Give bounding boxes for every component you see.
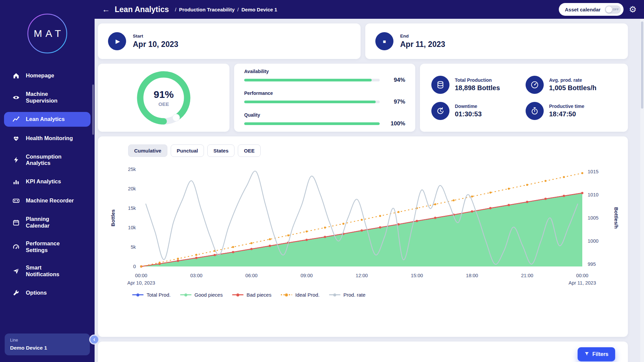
sidebar-item-label: Consumption Analytics xyxy=(26,154,61,167)
sidebar-item-options[interactable]: Options xyxy=(4,286,91,300)
tab-punctual[interactable]: Punctual xyxy=(171,144,204,157)
legend-item-total-prod[interactable]: Total Prod. xyxy=(132,292,171,298)
sidebar-item-performance-settings[interactable]: Performance Settings xyxy=(4,237,91,257)
breadcrumb-demo-device[interactable]: Demo Device 1 xyxy=(241,7,277,12)
tab-cumulative[interactable]: Cumulative xyxy=(128,144,167,157)
breadcrumb-production-traceability[interactable]: Production Traceability xyxy=(179,7,235,12)
productive-time-stat: Productive time 18:47:50 xyxy=(526,102,616,120)
main-content: ▶ Start Apr 10, 2023 ■ End Apr 11, 2023 xyxy=(95,19,644,362)
svg-text:15:00: 15:00 xyxy=(411,273,423,278)
breadcrumb: / Production Traceability / Demo Device … xyxy=(175,7,277,12)
top-bar: ← Lean Analytics / Production Traceabili… xyxy=(95,0,644,19)
speedometer-icon xyxy=(12,243,20,251)
sidebar-item-label: Machine Recorder xyxy=(26,197,74,204)
sidebar-item-label: KPI Analytics xyxy=(26,178,61,185)
next-section-card xyxy=(98,342,628,362)
tab-oee[interactable]: OEE xyxy=(238,144,261,157)
sidebar-scrollbar[interactable] xyxy=(92,84,94,135)
metric-label: Performance xyxy=(244,90,405,96)
svg-text:00:00: 00:00 xyxy=(576,273,588,278)
svg-text:06:00: 06:00 xyxy=(246,273,258,278)
oee-value: 91% xyxy=(154,89,174,100)
metric-label: Quality xyxy=(244,112,405,118)
legend-item-good-pieces[interactable]: Good pieces xyxy=(180,292,223,298)
downtime-stat: Downtime 01:30:53 xyxy=(431,102,522,120)
sidebar-item-homepage[interactable]: Homepage xyxy=(4,68,91,83)
legend-label: Ideal Prod. xyxy=(295,292,320,298)
sidebar-item-kpi-analytics[interactable]: KPI Analytics xyxy=(4,174,91,189)
svg-text:25k: 25k xyxy=(128,167,136,172)
sidebar-item-machine-recorder[interactable]: Machine Recorder xyxy=(4,193,91,208)
filters-button[interactable]: Filters xyxy=(578,347,615,361)
metric-value: 100% xyxy=(384,120,405,127)
stop-button[interactable]: ■ xyxy=(375,32,393,50)
send-icon xyxy=(12,267,20,275)
legend-item-ideal-prod[interactable]: Ideal Prod. xyxy=(281,292,320,298)
page-title: Lean Analytics xyxy=(115,5,169,14)
avg-prod-rate-stat: Avg. prod. rate 1,005 Bottles/h xyxy=(526,76,616,94)
svg-text:1015: 1015 xyxy=(588,169,598,174)
page-scrollbar-thumb[interactable] xyxy=(641,21,643,109)
legend-swatch xyxy=(232,293,244,297)
svg-text:03:00: 03:00 xyxy=(190,273,202,278)
svg-text:Bottles: Bottles xyxy=(110,209,116,227)
asset-calendar-switch[interactable]: OFF xyxy=(605,5,621,14)
line-panel-label: Line xyxy=(10,338,85,343)
period-row: ▶ Start Apr 10, 2023 ■ End Apr 11, 2023 xyxy=(98,23,628,59)
availability-metric: Availability 94% xyxy=(244,69,405,83)
quality-metric: Quality 100% xyxy=(244,112,405,127)
stopwatch-icon xyxy=(526,102,544,120)
sidebar-collapse-button[interactable]: ‹ xyxy=(89,335,99,345)
sidebar-item-label: Lean Analytics xyxy=(26,116,65,123)
svg-text:21:00: 21:00 xyxy=(521,273,533,278)
stat-value: 01:30:53 xyxy=(455,110,482,118)
logo-text: MAT xyxy=(24,10,71,57)
quality-bar xyxy=(244,122,380,125)
svg-text:1010: 1010 xyxy=(588,192,598,197)
legend-swatch xyxy=(132,293,144,297)
back-arrow-icon[interactable]: ← xyxy=(102,5,110,13)
asset-calendar-toggle-pill[interactable]: Asset calendar OFF xyxy=(559,3,624,16)
filter-funnel-icon xyxy=(584,351,589,358)
page-scrollbar[interactable] xyxy=(640,19,644,362)
sidebar-item-smart-notifications[interactable]: Smart Notifications xyxy=(4,261,91,281)
end-date-card: ■ End Apr 11, 2023 xyxy=(365,23,628,59)
breadcrumb-separator: / xyxy=(237,7,239,12)
recorder-icon xyxy=(12,197,20,205)
home-icon xyxy=(12,72,20,80)
stat-label: Downtime xyxy=(455,104,482,109)
legend-label: Total Prod. xyxy=(147,292,171,298)
sidebar-item-health-monitoring[interactable]: Health Monitoring xyxy=(4,131,91,146)
sidebar-item-lean-analytics[interactable]: Lean Analytics xyxy=(4,112,91,127)
sidebar-item-machine-supervision[interactable]: Machine Supervision xyxy=(4,87,91,108)
legend-item-prod-rate[interactable]: Prod. rate xyxy=(329,292,366,298)
tab-states[interactable]: States xyxy=(207,144,234,157)
play-button[interactable]: ▶ xyxy=(108,32,126,50)
svg-text:18:00: 18:00 xyxy=(466,273,478,278)
total-production-stat: Total Production 18,898 Bottles xyxy=(431,76,522,94)
line-selector-panel[interactable]: Line Demo Device 1 xyxy=(5,334,90,355)
filters-button-label: Filters xyxy=(592,351,608,357)
sidebar-item-consumption-analytics[interactable]: Consumption Analytics xyxy=(4,150,91,170)
breadcrumb-separator: / xyxy=(175,7,176,12)
production-chart[interactable]: 05k10k15k20k25k995100010051010101500:00A… xyxy=(106,164,620,290)
legend-swatch xyxy=(281,293,292,297)
production-chart-card: Cumulative Punctual States OEE 05k10k15k… xyxy=(98,136,628,337)
svg-text:09:00: 09:00 xyxy=(301,273,313,278)
apq-metrics-card: Availability 94% Performance 97% Quality… xyxy=(234,64,415,132)
chart-tabs: Cumulative Punctual States OEE xyxy=(128,144,620,157)
line-chart-icon xyxy=(12,115,20,123)
legend-item-bad-pieces[interactable]: Bad pieces xyxy=(232,292,271,298)
switch-knob xyxy=(606,6,612,13)
bolt-icon xyxy=(12,156,20,164)
performance-bar xyxy=(244,101,380,103)
svg-text:Bottles/h: Bottles/h xyxy=(613,207,619,229)
settings-gear-icon[interactable]: ⚙ xyxy=(629,4,637,15)
sidebar-item-planning-calendar[interactable]: Planning Calendar xyxy=(4,213,91,233)
start-label: Start xyxy=(133,34,178,39)
topbar-right-controls: Asset calendar OFF ⚙ xyxy=(559,3,637,16)
database-icon xyxy=(431,76,449,94)
speedometer-icon xyxy=(526,76,544,94)
legend-swatch xyxy=(180,293,192,297)
production-stats-card: Total Production 18,898 Bottles Avg. pro… xyxy=(420,64,628,132)
